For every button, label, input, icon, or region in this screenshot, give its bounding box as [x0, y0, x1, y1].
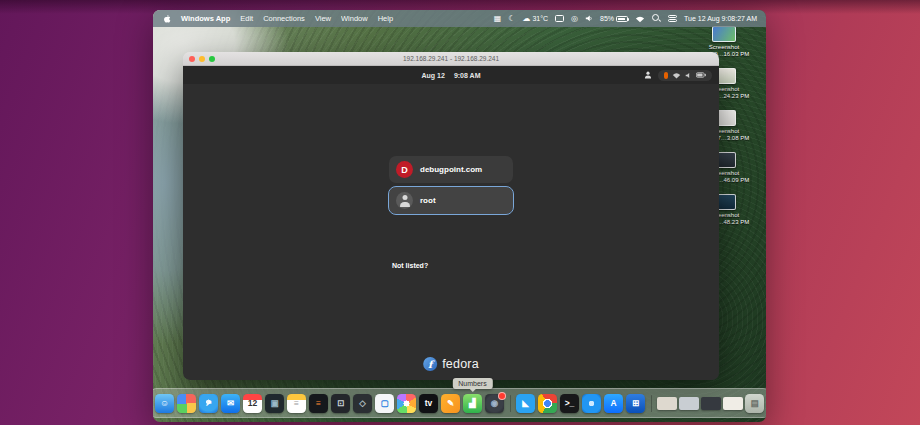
record-icon[interactable]: ◎ — [571, 15, 578, 23]
menu-window[interactable]: Window — [341, 14, 368, 23]
gdm-system-pill[interactable] — [658, 70, 712, 81]
dock-item-utility-app[interactable]: ◇ — [353, 393, 373, 413]
control-center-icon[interactable] — [668, 15, 677, 23]
dock-item-vscode[interactable]: ◣ — [516, 393, 536, 413]
fedora-logo-icon: f — [423, 357, 437, 371]
dock-item-notes[interactable]: ≡ — [287, 393, 307, 413]
dock-item-terminal[interactable]: >_ — [560, 393, 580, 413]
dock-minimized-window-4[interactable] — [723, 393, 743, 413]
window-title-bar[interactable]: 192.168.29.241 - 192.168.29.241 — [183, 52, 719, 66]
cloud-icon: ☁ — [522, 15, 530, 23]
dock-item-badged-app[interactable]: ◉ — [485, 393, 505, 413]
user-name-label: root — [420, 196, 436, 205]
dock-item-tile: ▣ — [265, 394, 284, 413]
dock-item-tile: ▤ — [745, 394, 764, 413]
menu-bar-menus: EditConnectionsViewWindowHelp — [240, 14, 393, 23]
dock-separator-2[interactable] — [648, 393, 655, 413]
input-indicator-icon — [664, 72, 668, 79]
user-root[interactable]: root — [389, 187, 513, 214]
dock-item-safari[interactable]: ↗ — [199, 393, 219, 413]
dock-item-photos[interactable] — [397, 393, 417, 413]
menu-view[interactable]: View — [315, 14, 331, 23]
zoom-button[interactable] — [209, 56, 215, 62]
user-avatar — [396, 192, 413, 209]
dock-item-tile: >_ — [560, 394, 579, 413]
dock-item-windows-app[interactable]: ⊞ — [626, 393, 646, 413]
dock-item-tile — [651, 395, 652, 412]
gdm-status-icons — [644, 66, 712, 84]
dock-item-tile — [701, 397, 721, 410]
fedora-brand: f fedora — [423, 357, 479, 371]
apple-menu-icon[interactable] — [162, 14, 171, 24]
file-label-line1: Screenshot — [694, 44, 754, 51]
dock-item-tile: ☺ — [155, 394, 174, 413]
battery-icon — [696, 72, 706, 78]
battery-icon — [616, 16, 628, 22]
dock-item-tile — [538, 394, 557, 413]
clock-label[interactable]: Tue 12 Aug 9:08:27 AM — [684, 15, 757, 22]
dock-item-chrome[interactable] — [538, 393, 558, 413]
dock-item-tile: ✎ — [441, 394, 460, 413]
background-gradient: Windows App EditConnectionsViewWindowHel… — [0, 0, 920, 425]
file-thumbnail — [712, 26, 736, 42]
dock-item-trash[interactable]: ▤ — [745, 393, 765, 413]
accessibility-icon[interactable] — [644, 71, 652, 79]
menu-edit[interactable]: Edit — [240, 14, 253, 23]
user-avatar: D — [396, 161, 413, 178]
dock-item-calendar[interactable]: 12 — [243, 393, 263, 413]
minimize-button[interactable] — [199, 56, 205, 62]
menu-bar-status: ▦ ☾ ☁ 31°C ◎ 85% — [494, 14, 757, 23]
dock-item-numbers[interactable]: ▟ — [463, 393, 483, 413]
wifi-icon[interactable] — [635, 15, 645, 23]
dock-minimized-window-1[interactable] — [657, 393, 677, 413]
close-button[interactable] — [189, 56, 195, 62]
battery-widget[interactable]: 85% — [600, 15, 628, 22]
dock-item-tile: ◇ — [353, 394, 372, 413]
dock-item-tile: ▢ — [375, 394, 394, 413]
display-icon[interactable] — [555, 15, 564, 22]
dock-item-stocks[interactable]: ≡ — [309, 393, 329, 413]
moon-icon[interactable]: ☾ — [508, 15, 515, 23]
dock-item-tile: A — [604, 394, 623, 413]
dock-item-frame-app[interactable]: ▢ — [375, 393, 395, 413]
not-listed-link[interactable]: Not listed? — [392, 262, 428, 269]
dock-item-screenshot-app[interactable]: ⊡ — [331, 393, 351, 413]
dock-item-tile — [723, 397, 743, 410]
menu-help[interactable]: Help — [378, 14, 393, 23]
dock-item-photo-booth[interactable]: ▣ — [265, 393, 285, 413]
dock-minimized-window-2[interactable] — [679, 393, 699, 413]
dock-item-app-store[interactable]: A — [604, 393, 624, 413]
gdm-date-label[interactable]: Aug 12 — [422, 72, 445, 79]
grid-icon[interactable]: ▦ — [494, 15, 502, 23]
gdm-login-screen: Aug 12 9:08 AM — [183, 66, 719, 380]
macos-desktop: Windows App EditConnectionsViewWindowHel… — [153, 10, 766, 422]
dock-item-tile: ⊞ — [626, 394, 645, 413]
weather-widget[interactable]: ☁ 31°C — [522, 15, 548, 23]
dock-item-blue-circle-app[interactable] — [582, 393, 602, 413]
search-icon[interactable] — [652, 14, 661, 23]
menu-connections[interactable]: Connections — [263, 14, 305, 23]
volume-icon[interactable] — [585, 15, 593, 22]
dock-item-apple-tv[interactable]: tv — [419, 393, 439, 413]
dock-item-mail[interactable]: ✉ — [221, 393, 241, 413]
dock-item-pages[interactable]: ✎ — [441, 393, 461, 413]
dock-item-tile — [177, 394, 196, 413]
login-user-list: D debugpoint.com root — [389, 156, 513, 218]
user-debugpoint[interactable]: D debugpoint.com — [389, 156, 513, 183]
dock-item-tile: ✉ — [221, 394, 240, 413]
battery-percent-label: 85% — [600, 15, 614, 22]
gdm-time-label[interactable]: 9:08 AM — [454, 72, 481, 79]
dock-item-tile: 12 — [243, 394, 262, 413]
active-app-name[interactable]: Windows App — [181, 14, 230, 23]
menu-bar: Windows App EditConnectionsViewWindowHel… — [153, 10, 766, 27]
dock-item-tile: ≡ — [309, 394, 328, 413]
dock-item-finder[interactable]: ☺ — [155, 393, 175, 413]
dock-item-tile: ▟ — [463, 394, 482, 413]
dock-separator-1[interactable] — [507, 393, 514, 413]
temperature-label: 31°C — [532, 15, 548, 22]
gdm-top-bar: Aug 12 9:08 AM — [183, 66, 719, 84]
user-name-label: debugpoint.com — [420, 165, 482, 174]
dock-minimized-window-3[interactable] — [701, 393, 721, 413]
dock-item-launchpad[interactable] — [177, 393, 197, 413]
menu-bar-left: Windows App EditConnectionsViewWindowHel… — [162, 14, 393, 24]
